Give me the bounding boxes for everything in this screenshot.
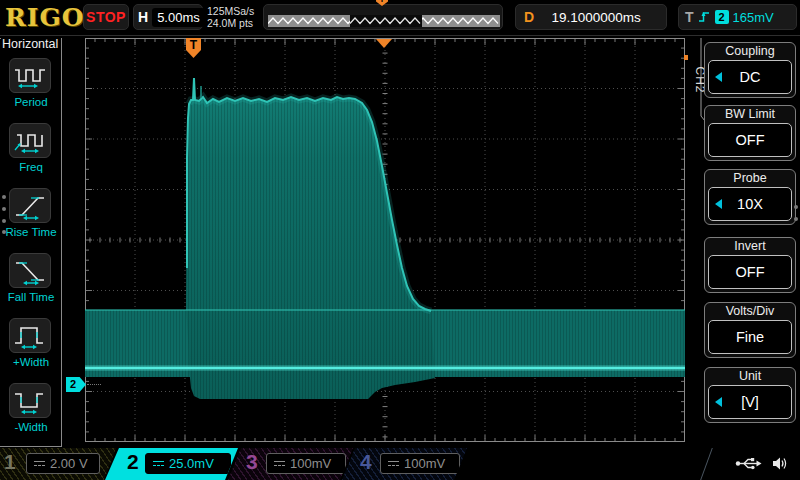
dc-coupling-icon <box>34 461 45 466</box>
menu-page-dot <box>2 230 6 234</box>
sound-icon <box>772 456 787 471</box>
trigger-level-value: 165mV <box>733 10 774 25</box>
volts-div-label: Volts/Div <box>705 304 795 318</box>
freq-icon <box>12 126 48 156</box>
channel-4-number: 4 <box>360 450 372 474</box>
measure-menu-title: Horizontal <box>1 37 61 53</box>
memory-depth: 24.0M pts <box>207 17 254 29</box>
oscilloscope-screen: RIGOL STOP H 5.00ms 125MSa/s 24.0M pts <box>0 0 800 480</box>
fall-time-icon <box>12 256 48 286</box>
selector-arrow-icon <box>715 397 722 407</box>
coupling-label: Coupling <box>705 44 795 58</box>
trigger-level-marker <box>684 55 688 60</box>
fall-time-label: Fall Time <box>0 291 62 303</box>
trigger-source-badge: 2 <box>715 10 729 24</box>
rise-time-icon <box>12 191 48 221</box>
channel-status-bar: 1 2.00 V 2 25.0mV 3 100mV 4 100mV <box>0 448 800 480</box>
delay-indicator[interactable]: D 19.1000000ms <box>515 4 667 30</box>
channel-2-scale: 25.0mV <box>169 456 214 471</box>
plus-width-icon <box>12 321 48 351</box>
freq-label: Freq <box>0 161 62 173</box>
waveform-overview-bar[interactable]: T <box>263 4 503 30</box>
usb-icon <box>735 456 762 471</box>
overview-trigger-marker[interactable]: T <box>376 0 388 6</box>
ch2-ground-marker[interactable]: 2 <box>66 377 86 392</box>
bw-limit-value: OFF <box>736 132 765 148</box>
horizontal-label: H <box>138 9 148 25</box>
rise-time-label: Rise Time <box>0 226 62 238</box>
overview-window[interactable] <box>350 15 422 27</box>
dc-coupling-icon <box>388 461 399 466</box>
dc-coupling-icon <box>274 461 285 466</box>
run-state-indicator[interactable]: STOP <box>83 4 129 30</box>
channel-1-scale: 2.00 V <box>50 456 88 471</box>
timebase-indicator[interactable]: H 5.00ms <box>133 4 203 30</box>
delay-value: 19.1000000ms <box>534 10 658 25</box>
freq-button[interactable] <box>9 123 51 158</box>
invert-label: Invert <box>705 239 795 253</box>
channel-4-status[interactable]: 4 100mV <box>342 448 468 480</box>
menu-page-dot <box>2 195 6 199</box>
channel-4-scale: 100mV <box>404 456 445 471</box>
fall-time-button[interactable] <box>9 253 51 288</box>
unit-value: [V] <box>741 394 759 410</box>
period-icon <box>12 61 48 91</box>
ch2-ground-dotted-line <box>87 384 101 385</box>
channel-2-status[interactable]: 2 25.0mV <box>105 448 239 480</box>
menu-page-dot <box>794 217 798 221</box>
run-state-label: STOP <box>86 9 126 25</box>
probe-value: 10X <box>737 196 763 212</box>
menu-item-coupling[interactable]: Coupling DC <box>704 42 796 98</box>
channel-3-number: 3 <box>246 450 258 474</box>
channel-3-status[interactable]: 3 100mV <box>228 448 354 480</box>
menu-page-dot <box>2 219 6 223</box>
waveform-display[interactable] <box>85 38 685 442</box>
channel-1-status[interactable]: 1 2.00 V <box>0 448 117 480</box>
invert-value: OFF <box>736 264 765 280</box>
channel-3-scale: 100mV <box>290 456 331 471</box>
status-bar: RIGOL STOP H 5.00ms 125MSa/s 24.0M pts <box>0 0 800 36</box>
channel-2-number: 2 <box>127 450 139 474</box>
timebase-value: 5.00ms <box>152 8 205 27</box>
rise-time-button[interactable] <box>9 188 51 223</box>
unit-label: Unit <box>705 369 795 383</box>
trigger-indicator[interactable]: T 2 165mV <box>678 4 797 30</box>
probe-label: Probe <box>705 171 795 185</box>
rising-edge-icon <box>698 10 711 24</box>
period-label: Period <box>0 96 62 108</box>
plus-width-button[interactable] <box>9 318 51 353</box>
dc-coupling-icon <box>153 461 164 466</box>
horizontal-center-marker <box>376 39 392 48</box>
period-button[interactable] <box>9 58 51 93</box>
menu-item-bw-limit[interactable]: BW Limit OFF <box>704 105 796 161</box>
menu-item-probe[interactable]: Probe 10X <box>704 169 796 225</box>
minus-width-icon <box>12 386 48 416</box>
minus-width-button[interactable] <box>9 383 51 418</box>
menu-item-unit[interactable]: Unit [V] <box>704 367 796 423</box>
sample-rate: 125MSa/s <box>207 5 254 17</box>
delay-label: D <box>524 9 534 25</box>
coupling-value: DC <box>740 69 761 85</box>
menu-item-volts-div[interactable]: Volts/Div Fine <box>704 302 796 358</box>
status-bar-divider <box>700 448 713 480</box>
plus-width-label: +Width <box>0 356 62 368</box>
volts-div-value: Fine <box>736 329 764 345</box>
acquisition-info: 125MSa/s 24.0M pts <box>207 5 254 29</box>
minus-width-label: -Width <box>0 421 62 433</box>
selector-arrow-icon <box>715 199 722 209</box>
menu-page-dot <box>794 205 798 209</box>
channel-1-number: 1 <box>4 450 16 474</box>
overview-strip <box>268 15 500 27</box>
trigger-label: T <box>685 9 694 25</box>
menu-page-dot <box>2 207 6 211</box>
bw-limit-label: BW Limit <box>705 107 795 121</box>
menu-item-invert[interactable]: Invert OFF <box>704 237 796 293</box>
selector-arrow-icon <box>715 72 722 82</box>
waveform-graph <box>85 38 685 442</box>
